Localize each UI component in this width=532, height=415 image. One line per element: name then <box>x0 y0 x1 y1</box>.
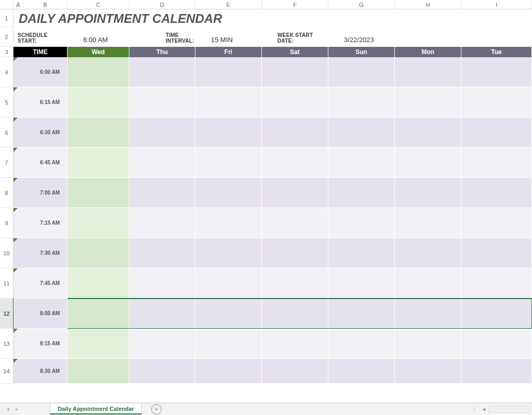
slot-cell[interactable] <box>461 178 532 208</box>
slot-cell[interactable] <box>461 329 532 359</box>
schedule-start-value[interactable]: 6:00 AM <box>83 36 129 44</box>
slot-cell[interactable] <box>262 329 328 359</box>
tab-next-icon[interactable]: ► <box>14 406 21 413</box>
slot-cell[interactable] <box>395 57 461 87</box>
slot-cell[interactable] <box>461 268 532 299</box>
week-start-value[interactable]: 3/22/2023 <box>344 36 395 44</box>
slot-cell[interactable] <box>262 208 328 238</box>
slot-cell[interactable] <box>461 118 532 148</box>
slot-cell[interactable] <box>195 268 262 299</box>
slot-cell-wed[interactable] <box>68 329 129 359</box>
slot-cell[interactable] <box>195 148 262 178</box>
slot-cell-wed[interactable] <box>68 87 129 118</box>
slot-cell[interactable] <box>262 238 328 268</box>
slot-cell-wed[interactable] <box>68 359 129 384</box>
row-number-10[interactable]: 10 <box>0 238 14 268</box>
slot-cell[interactable] <box>328 118 395 148</box>
time-slot-row[interactable]: 7:15 AM <box>14 208 532 238</box>
slot-cell-wed[interactable] <box>68 268 129 299</box>
row-number-3[interactable]: 3 <box>0 47 14 57</box>
time-slot-row[interactable]: 6:15 AM <box>14 87 532 118</box>
slot-cell[interactable] <box>262 299 328 329</box>
row-number-6[interactable]: 6 <box>0 118 14 148</box>
slot-cell[interactable] <box>195 359 262 384</box>
column-header-H[interactable]: H <box>395 0 461 9</box>
slot-cell[interactable] <box>328 268 395 299</box>
column-header-A[interactable]: A <box>14 0 23 9</box>
slot-cell[interactable] <box>129 208 195 238</box>
slot-cell[interactable] <box>129 87 195 118</box>
time-slot-row[interactable]: 8:00 AM <box>14 299 532 329</box>
slot-cell[interactable] <box>461 238 532 268</box>
time-slot-row[interactable]: 8:15 AM <box>14 329 532 359</box>
row-number-12[interactable]: 12 <box>0 299 14 329</box>
slot-cell[interactable] <box>129 118 195 148</box>
slot-cell-wed[interactable] <box>68 148 129 178</box>
column-header-E[interactable]: E <box>195 0 262 9</box>
tab-prev-icon[interactable]: ◄ <box>4 406 11 413</box>
time-slot-row[interactable]: 7:45 AM <box>14 268 532 299</box>
slot-cell[interactable] <box>328 178 395 208</box>
slot-cell-wed[interactable] <box>68 299 129 329</box>
slot-cell[interactable] <box>262 57 328 87</box>
slot-cell[interactable] <box>395 299 461 329</box>
slot-cell[interactable] <box>328 148 395 178</box>
slot-cell[interactable] <box>129 359 195 384</box>
slot-cell[interactable] <box>195 87 262 118</box>
slot-cell[interactable] <box>195 238 262 268</box>
time-slot-row[interactable]: 6:00 AM <box>14 57 532 87</box>
slot-cell[interactable] <box>129 329 195 359</box>
slot-cell[interactable] <box>262 148 328 178</box>
time-slot-row[interactable]: 8:30 AM <box>14 359 532 384</box>
slot-cell[interactable] <box>129 238 195 268</box>
slot-cell[interactable] <box>129 178 195 208</box>
column-header-B[interactable]: B <box>23 0 68 9</box>
slot-cell[interactable] <box>328 299 395 329</box>
slot-cell[interactable] <box>195 329 262 359</box>
slot-cell[interactable] <box>461 359 532 384</box>
slot-cell[interactable] <box>395 238 461 268</box>
slot-cell[interactable] <box>195 57 262 87</box>
slot-cell[interactable] <box>395 148 461 178</box>
slot-cell[interactable] <box>195 178 262 208</box>
slot-cell-wed[interactable] <box>68 57 129 87</box>
slot-cell[interactable] <box>328 57 395 87</box>
row-number-2[interactable]: 2 <box>0 27 14 47</box>
slot-cell[interactable] <box>328 329 395 359</box>
row-number-9[interactable]: 9 <box>0 208 14 238</box>
slot-cell[interactable] <box>328 238 395 268</box>
slot-cell[interactable] <box>461 87 532 118</box>
slot-cell[interactable] <box>395 178 461 208</box>
tab-options-icon[interactable]: ⋮ <box>472 406 478 412</box>
slot-cell[interactable] <box>395 329 461 359</box>
slot-cell[interactable] <box>195 208 262 238</box>
slot-cell[interactable] <box>461 57 532 87</box>
slot-cell[interactable] <box>395 268 461 299</box>
select-all-corner[interactable] <box>0 0 14 9</box>
slot-cell[interactable] <box>328 359 395 384</box>
add-sheet-icon[interactable]: + <box>151 404 162 414</box>
slot-cell[interactable] <box>262 87 328 118</box>
time-slot-row[interactable]: 6:30 AM <box>14 118 532 148</box>
slot-cell[interactable] <box>395 359 461 384</box>
column-header-G[interactable]: G <box>328 0 395 9</box>
slot-cell[interactable] <box>129 57 195 87</box>
slot-cell-wed[interactable] <box>68 178 129 208</box>
slot-cell[interactable] <box>328 208 395 238</box>
row-number-8[interactable]: 8 <box>0 178 14 208</box>
slot-cell[interactable] <box>195 118 262 148</box>
slot-cell[interactable] <box>461 299 532 329</box>
slot-cell[interactable] <box>129 268 195 299</box>
row-number-14[interactable]: 14 <box>0 359 14 384</box>
slot-cell[interactable] <box>262 118 328 148</box>
slot-cell-wed[interactable] <box>68 208 129 238</box>
time-slot-row[interactable]: 7:30 AM <box>14 238 532 268</box>
slot-cell-wed[interactable] <box>68 238 129 268</box>
slot-cell[interactable] <box>395 87 461 118</box>
slot-cell[interactable] <box>129 148 195 178</box>
slot-cell[interactable] <box>328 87 395 118</box>
slot-cell[interactable] <box>262 359 328 384</box>
slot-cell[interactable] <box>262 268 328 299</box>
row-number-1[interactable]: 1 <box>0 9 14 27</box>
row-number-13[interactable]: 13 <box>0 329 14 359</box>
